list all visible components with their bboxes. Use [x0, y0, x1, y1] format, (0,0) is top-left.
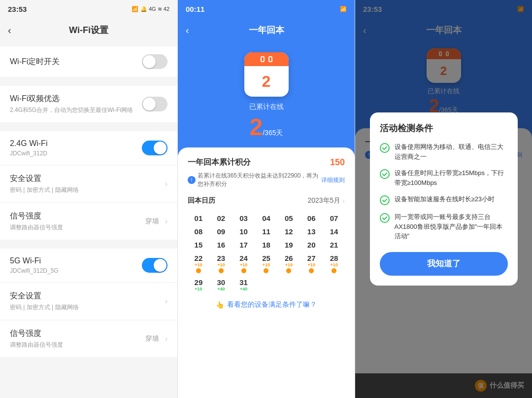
settings-item-left: 安全设置 密码 | 加密方式 | 隐藏网络	[10, 291, 161, 312]
settings-item-wifi-dual[interactable]: Wi-Fi双频优选 2.4G和5G合并，自动为您切换至最佳Wi-Fi网络	[0, 86, 177, 122]
day-points: +40	[211, 287, 231, 291]
item-title: 5G Wi-Fi	[10, 256, 142, 265]
hero-online-label: 已累计在线	[249, 103, 284, 111]
check-icon-2	[380, 169, 390, 179]
item-title: Wi-Fi定时开关	[10, 57, 142, 67]
cal-day: 06	[300, 211, 322, 223]
toggle-wifi5g[interactable]	[142, 258, 167, 273]
day-points: +10	[234, 262, 254, 267]
calendar-grid: 01 02 03 04 05 06 07 08 09 10 11 12 13 1…	[188, 211, 345, 292]
toggle-wifi24[interactable]	[142, 141, 167, 155]
cal-day: 19	[278, 238, 299, 250]
modal-item-3: 设备智能加速服务在线时长≥23小时	[380, 194, 508, 205]
chevron-right-icon: ›	[165, 334, 167, 343]
signal-text-1: 🔔 4G ≋ 42	[140, 6, 169, 12]
hero-count: 2/365天	[250, 113, 283, 141]
modal-item-text-4: 同一宽带或同一账号最多支持三台AX1800鲁班悦享版产品参加"一年回本活动"	[395, 212, 508, 241]
toggle-wifi-dual[interactable]	[142, 97, 167, 111]
cal-day-empty	[278, 275, 299, 292]
settings-item-signal24[interactable]: 信号强度 调整路由器信号强度 穿墙 ›	[0, 203, 177, 240]
cal-day-29: 29+10	[188, 275, 209, 292]
days-count: 2	[250, 114, 263, 140]
gap	[0, 123, 177, 131]
item-subtitle: 密码 | 加密方式 | 隐藏网络	[10, 303, 161, 312]
settings-list: Wi-Fi定时开关 Wi-Fi双频优选 2.4G和5G合并，自动为您切换至最佳W…	[0, 42, 177, 398]
day-points: +10	[189, 287, 208, 291]
bottom-link[interactable]: 👆 看看您的设备满足条件了嘛？	[188, 292, 345, 317]
cal-day-22: 22+10	[188, 251, 209, 274]
cal-day: 01	[188, 211, 209, 223]
cal-day: 13	[300, 224, 322, 237]
signal-icon: 📶	[340, 6, 347, 12]
cal-day: 04	[256, 211, 277, 223]
cal-day: 21	[323, 238, 345, 250]
page-title-1: Wi-Fi设置	[69, 24, 108, 36]
item-title: 信号强度	[10, 328, 145, 339]
cal-day-26: 26+10	[278, 251, 299, 274]
day-points: +40	[234, 287, 254, 291]
bottom-link-text: 看看您的设备满足条件了嘛？	[227, 300, 317, 309]
cal-day: 12	[278, 224, 299, 237]
settings-item-security5g[interactable]: 安全设置 密码 | 加密方式 | 隐藏网络 ›	[0, 283, 177, 320]
cal-day-28: 28+10	[323, 251, 345, 274]
chevron-right-icon: ›	[165, 180, 167, 188]
gap	[0, 78, 177, 86]
points-row: 一年回本累计积分 150	[188, 157, 345, 168]
chevron-right-icon: ›	[165, 297, 167, 306]
settings-item-wifi5g[interactable]: 5G Wi-Fi JDCwifi_312D_5G	[0, 249, 177, 282]
toggle-circle	[154, 259, 166, 272]
day-points: +10	[301, 262, 321, 267]
settings-item-security24[interactable]: 安全设置 密码 | 加密方式 | 隐藏网络 ›	[0, 166, 177, 202]
settings-item-wifi-timer[interactable]: Wi-Fi定时开关	[0, 46, 177, 77]
back-button-1[interactable]: ‹	[8, 25, 11, 36]
hero-section: 2 已累计在线 2/365天	[178, 42, 355, 155]
settings-item-left: 信号强度 调整路由器信号强度	[10, 211, 145, 232]
settings-item-left: Wi-Fi双频优选 2.4G和5G合并，自动为您切换至最佳Wi-Fi网络	[10, 94, 142, 114]
calendar-ring-right	[268, 56, 272, 62]
modal-item-1: 设备使用网络为移动、联通、电信三大运营商之一	[380, 142, 508, 161]
item-subtitle: JDCwifi_312D_5G	[10, 267, 142, 274]
settings-item-left: 安全设置 密码 | 加密方式 | 隐藏网络	[10, 174, 161, 194]
nav-bar-2: ‹ 一年回本	[178, 18, 355, 42]
check-icon-1	[380, 143, 390, 153]
cal-day: 03	[233, 211, 255, 223]
back-button-2[interactable]: ‹	[186, 25, 189, 36]
toggle-wifi-timer[interactable]	[142, 54, 167, 69]
cal-day: 18	[256, 238, 277, 250]
info-icon: !	[188, 176, 196, 184]
calendar-number: 2	[244, 66, 289, 97]
settings-item-signal5g[interactable]: 信号强度 调整路由器信号强度 穿墙 ›	[0, 321, 177, 357]
detail-link[interactable]: 详细规则	[321, 176, 345, 184]
cal-day: 05	[278, 211, 299, 223]
checkmark-svg	[382, 145, 388, 151]
cal-day: 08	[188, 224, 209, 237]
points-value: 150	[330, 157, 345, 168]
modal-item-text-2: 设备任意时间上行带宽≥15Mbps，下行带宽≥100Mbps	[395, 168, 508, 187]
cal-day: 15	[188, 238, 209, 250]
calendar-month: 2023年5月 ›	[307, 196, 345, 205]
settings-item-left: 2.4G Wi-Fi JDCwifi_312D	[10, 139, 142, 157]
confirm-button[interactable]: 我知道了	[380, 252, 508, 276]
hand-icon: 👆	[216, 301, 224, 309]
modal-title: 活动检测条件	[380, 122, 508, 134]
settings-item-wifi24[interactable]: 2.4G Wi-Fi JDCwifi_312D	[0, 131, 177, 165]
modal-item-4: 同一宽带或同一账号最多支持三台AX1800鲁班悦享版产品参加"一年回本活动"	[380, 212, 508, 241]
check-icon-3	[380, 195, 390, 205]
calendar-icon: 2	[244, 52, 289, 97]
calendar-section-title: 回本日历	[188, 196, 215, 205]
battery-icon: 📶	[132, 6, 138, 12]
status-bar-1: 23:53 📶 🔔 4G ≋ 42	[0, 0, 177, 18]
item-subtitle: 调整路由器信号强度	[10, 223, 145, 232]
item-title: 安全设置	[10, 291, 161, 301]
modal-item-2: 设备任意时间上行带宽≥15Mbps，下行带宽≥100Mbps	[380, 168, 508, 187]
gap	[0, 241, 177, 249]
settings-item-left: 信号强度 调整路由器信号强度	[10, 328, 145, 349]
toggle-circle	[143, 55, 156, 68]
chevron-right-icon: ›	[342, 197, 345, 205]
cal-day-31: 31+40	[233, 275, 255, 292]
item-title: 2.4G Wi-Fi	[10, 139, 142, 148]
cal-day: 11	[256, 224, 277, 237]
day-points: +10	[324, 262, 344, 267]
status-time-1: 23:53	[8, 5, 27, 13]
cal-day-24: 24+10	[233, 251, 255, 274]
